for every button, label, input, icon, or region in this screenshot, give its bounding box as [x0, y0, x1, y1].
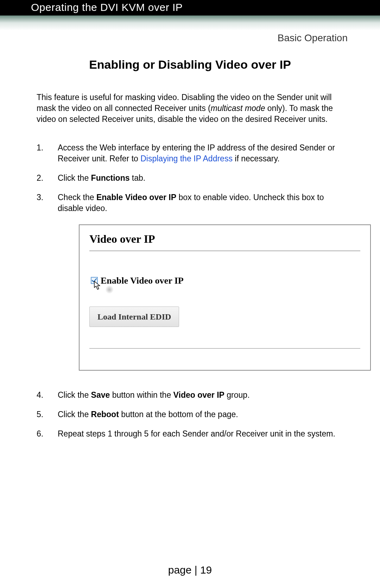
intro-italic: multicast mode	[211, 104, 265, 113]
step-2-pre: Click the	[58, 173, 91, 182]
video-over-ip-screenshot: Video over IP Enable Video over IP	[79, 224, 371, 371]
step-3-bold: Enable Video over IP	[96, 193, 176, 202]
cursor-shadow	[105, 286, 114, 293]
step-2-bold: Functions	[91, 173, 130, 182]
steps-list: Access the Web interface by entering the…	[37, 142, 348, 439]
displaying-ip-address-link[interactable]: Displaying the IP Address	[140, 154, 233, 163]
fieldset-legend: Video over IP	[80, 225, 370, 250]
step-3: Check the Enable Video over IP box to en…	[37, 192, 348, 371]
page-title: Enabling or Disabling Video over IP	[0, 58, 380, 72]
step-5-post: button at the bottom of the page.	[119, 410, 238, 419]
chapter-title: Operating the DVI KVM over IP	[31, 1, 183, 13]
chapter-title-bar: Operating the DVI KVM over IP	[0, 0, 380, 16]
step-6-text: Repeat steps 1 through 5 for each Sender…	[58, 429, 335, 438]
step-4-mid: button within the	[110, 390, 173, 400]
footer-label: page	[168, 564, 192, 576]
load-internal-edid-button[interactable]: Load Internal EDID	[89, 307, 179, 327]
step-1: Access the Web interface by entering the…	[37, 142, 348, 164]
footer-page-number: 19	[200, 564, 212, 576]
footer-sep: |	[191, 564, 200, 576]
breadcrumb: Basic Operation	[0, 30, 380, 50]
step-1-post: if necessary.	[233, 154, 280, 163]
breadcrumb-text: Basic Operation	[278, 32, 348, 43]
intro-paragraph: This feature is useful for masking video…	[37, 92, 348, 125]
step-3-pre: Check the	[58, 193, 96, 202]
mouse-cursor-icon	[94, 281, 101, 293]
step-5: Click the Reboot button at the bottom of…	[37, 409, 348, 420]
step-2-post: tab.	[129, 173, 145, 182]
decorative-gradient	[0, 16, 380, 30]
step-4-post: group.	[224, 390, 250, 400]
page-footer: page | 19	[0, 564, 380, 576]
step-5-bold: Reboot	[91, 410, 119, 419]
step-4-pre: Click the	[58, 390, 91, 400]
step-4: Click the Save button within the Video o…	[37, 390, 348, 401]
enable-video-row: Enable Video over IP	[89, 274, 360, 287]
step-6: Repeat steps 1 through 5 for each Sender…	[37, 428, 348, 439]
step-4-bold2: Video over IP	[173, 390, 224, 400]
step-2: Click the Functions tab.	[37, 173, 348, 184]
step-5-pre: Click the	[58, 410, 91, 419]
step-4-bold1: Save	[91, 390, 110, 400]
enable-video-label: Enable Video over IP	[101, 274, 184, 287]
